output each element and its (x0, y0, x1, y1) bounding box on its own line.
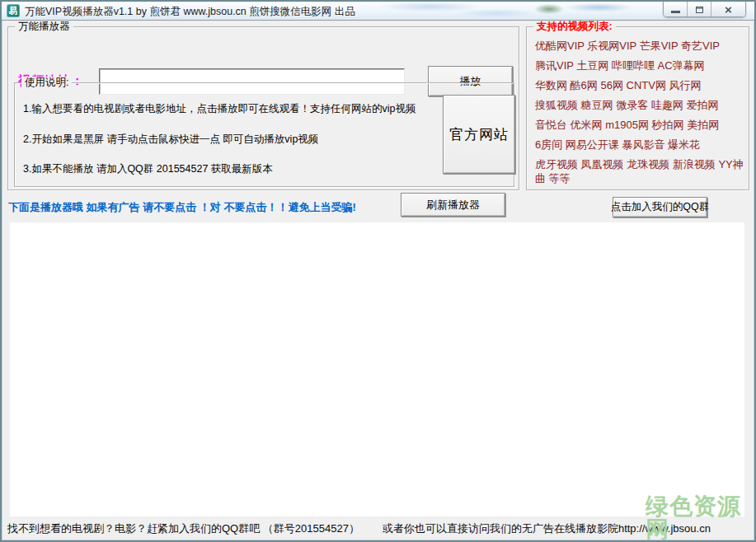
supported-line: 6房间 网易公开课 暴风影音 爆米花 (535, 138, 744, 152)
supported-line: 优酷网VIP 乐视网VIP 芒果VIP 奇艺VIP (535, 39, 744, 53)
caption-buttons: × (663, 2, 746, 17)
supported-line: 华数网 酷6网 56网 CNTV网 风行网 (535, 78, 744, 92)
player-groupbox: 万能播放器 视频地址： 播放 使用说明: 1.输入想要看的电视剧或者电影地址，点… (7, 26, 519, 190)
usage-instruction-2: 2.开始如果是黑屏 请手动点击鼠标快进一点 即可自动播放vip视频 (23, 133, 318, 147)
supported-list-groupbox: 支持的视频列表: 优酷网VIP 乐视网VIP 芒果VIP 奇艺VIP 腾讯VIP… (526, 26, 749, 190)
supported-list-legend: 支持的视频列表: (533, 21, 616, 33)
status-right-text: 或者你也可以直接访问我们的无广告在线播放影院http://www.jbsou.c… (383, 521, 711, 536)
close-button[interactable]: × (711, 2, 745, 17)
status-bar: 找不到想看的电视剧？电影？赶紧加入我们的QQ群吧 （群号201554527） 或… (7, 521, 711, 536)
official-site-button[interactable]: 官方网站 (443, 95, 515, 174)
usage-instruction-3: 3.如果不能播放 请加入QQ群 201554527 获取最新版本 (23, 162, 273, 176)
join-qq-group-button[interactable]: 点击加入我们的QQ群 (613, 197, 707, 217)
ad-warning-text: 下面是播放器哦 如果有广告 请不要点击 ！对 不要点击！！避免上当受骗! (8, 200, 356, 215)
supported-line: 搜狐视频 糖豆网 微录客 哇趣网 爱拍网 (535, 98, 744, 112)
window-title: 万能VIP视频播放器v1.1 by 煎饼君 www.jbsou.cn 煎饼搜微信… (25, 5, 355, 19)
app-window: 易 万能VIP视频播放器v1.1 by 煎饼君 www.jbsou.cn 煎饼搜… (0, 0, 756, 542)
usage-groupbox-legend: 使用说明: (21, 77, 72, 89)
close-icon: × (725, 3, 732, 16)
maximize-button[interactable] (688, 2, 711, 17)
supported-line: 虎牙视频 凤凰视频 龙珠视频 新浪视频 YY神曲 等等 (535, 157, 744, 185)
player-area (10, 222, 744, 516)
supported-site-list: 优酷网VIP 乐视网VIP 芒果VIP 奇艺VIP 腾讯VIP 土豆网 哔哩哔哩… (535, 39, 744, 191)
title-bar[interactable]: 易 万能VIP视频播放器v1.1 by 煎饼君 www.jbsou.cn 煎饼搜… (2, 2, 754, 21)
supported-line: 腾讯VIP 土豆网 哔哩哔哩 AC弹幕网 (535, 58, 744, 72)
app-logo-icon: 易 (7, 4, 20, 17)
minimize-button[interactable] (664, 2, 688, 17)
usage-groupbox: 使用说明: 1.输入想要看的电视剧或者电影地址，点击播放即可在线观看！支持任何网… (14, 82, 514, 187)
minimize-icon (671, 11, 680, 13)
usage-instruction-1: 1.输入想要看的电视剧或者电影地址，点击播放即可在线观看！支持任何网站的vip视… (23, 102, 416, 116)
refresh-player-button[interactable]: 刷新播放器 (401, 193, 505, 217)
restore-icon (696, 7, 703, 13)
supported-line: 音悦台 优米网 m1905网 秒拍网 美拍网 (535, 118, 744, 132)
status-left-text: 找不到想看的电视剧？电影？赶紧加入我们的QQ群吧 （群号201554527） (7, 521, 359, 536)
player-groupbox-legend: 万能播放器 (15, 21, 73, 33)
